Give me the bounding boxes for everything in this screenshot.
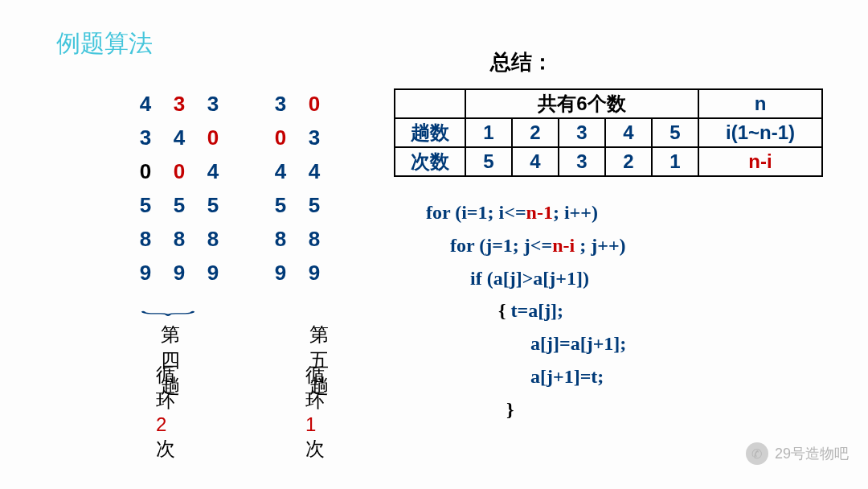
- code-line: for (j=1; j<=n-i ; j++): [426, 229, 626, 262]
- number-cell: 8: [129, 222, 162, 256]
- number-cell: [230, 154, 264, 188]
- number-cell: 9: [196, 256, 230, 290]
- number-cell: [230, 222, 264, 256]
- pass-5-loops: 循环1次: [305, 362, 325, 462]
- summary-table: 共有6个数 n 趟数 1 2 3 4 5 i(1~n-1) 次数 5 4 3 2…: [394, 88, 823, 177]
- code-text: t=a[j];: [510, 300, 563, 321]
- number-cell: 8: [196, 222, 230, 256]
- number-cell: 0: [297, 87, 331, 121]
- brace-icon: ⏟: [141, 291, 194, 315]
- number-cell: 4: [297, 154, 331, 188]
- number-cell: 3: [196, 87, 230, 121]
- number-cell: [230, 121, 264, 154]
- loop-count: 1: [305, 413, 316, 435]
- code-line: a[j+1]=t;: [426, 360, 626, 393]
- loop-count: 2: [156, 413, 166, 435]
- number-cell: 0: [264, 121, 297, 154]
- number-cell: 8: [297, 222, 331, 256]
- total-prefix: 共有: [538, 92, 576, 114]
- code-text: for (j=1; j<=: [450, 235, 552, 256]
- code-highlight: n-i: [552, 235, 575, 256]
- number-cell: 5: [162, 188, 196, 222]
- code-text: for (i=1; i<=: [426, 202, 526, 223]
- number-cell: 3: [264, 87, 297, 121]
- table-cell: 2: [605, 147, 652, 176]
- table-formula: i(1~n-1): [698, 118, 822, 147]
- code-line: }: [426, 393, 626, 426]
- number-cell: [230, 188, 264, 222]
- wechat-icon: ✆: [746, 442, 768, 465]
- code-text: ; j++): [575, 235, 625, 256]
- number-cell: 5: [196, 188, 230, 222]
- summary-title: 总结：: [490, 48, 553, 76]
- table-cell: 1: [652, 147, 698, 176]
- table-cell: 4: [605, 118, 652, 147]
- number-cell: 9: [162, 256, 196, 290]
- number-cell: 4: [264, 154, 297, 188]
- number-cell: [230, 256, 264, 290]
- table-header-n: n: [698, 89, 822, 118]
- number-cell: 5: [129, 188, 162, 222]
- number-cell: 9: [129, 256, 162, 290]
- table-cell: 5: [465, 147, 512, 176]
- code-highlight: n-1: [526, 202, 553, 223]
- loop-suffix: 次: [305, 438, 325, 459]
- loop-prefix: 循环: [156, 364, 175, 411]
- number-cell: 0: [162, 154, 196, 188]
- code-line: { t=a[j];: [426, 294, 626, 327]
- number-cell: 5: [297, 188, 331, 222]
- number-cell: 5: [264, 188, 297, 222]
- total-suffix: 个数: [588, 92, 626, 114]
- code-block: for (i=1; i<=n-1; i++) for (j=1; j<=n-i …: [426, 196, 626, 426]
- table-cell: 1: [465, 118, 512, 147]
- number-columns: 433303400300444555558888899999: [129, 87, 331, 290]
- number-cell: 0: [129, 154, 162, 188]
- number-cell: 4: [196, 154, 230, 188]
- code-line: if (a[j]>a[j+1]): [426, 262, 626, 295]
- table-row-label: 次数: [395, 147, 465, 176]
- slide-title: 例题算法: [56, 27, 153, 60]
- pass-4-loops: 循环2次: [156, 362, 175, 462]
- number-cell: 9: [264, 256, 297, 290]
- number-cell: 4: [162, 121, 196, 154]
- number-cell: 0: [196, 121, 230, 154]
- total-count: 6: [576, 92, 587, 114]
- code-line: a[j]=a[j+1];: [426, 327, 626, 360]
- number-cell: 3: [129, 121, 162, 154]
- number-cell: 3: [297, 121, 331, 154]
- watermark-text: 29号造物吧: [775, 444, 849, 463]
- number-cell: 3: [162, 87, 196, 121]
- watermark: ✆ 29号造物吧: [746, 442, 849, 465]
- loop-suffix: 次: [156, 438, 175, 459]
- table-header-total: 共有6个数: [465, 89, 698, 118]
- code-line: for (i=1; i<=n-1; i++): [426, 196, 626, 229]
- table-cell: 4: [512, 147, 559, 176]
- table-cell: 3: [559, 147, 605, 176]
- number-cell: 8: [162, 222, 196, 256]
- number-cell: [230, 87, 264, 121]
- code-text: ; i++): [553, 202, 598, 223]
- table-cell: 5: [652, 118, 698, 147]
- number-cell: 4: [129, 87, 162, 121]
- table-formula: n-i: [698, 147, 822, 176]
- number-cell: 9: [297, 256, 331, 290]
- loop-prefix: 循环: [305, 364, 325, 411]
- table-cell-empty: [395, 89, 465, 118]
- table-row-label: 趟数: [395, 118, 465, 147]
- table-cell: 2: [512, 118, 559, 147]
- code-brace: {: [498, 300, 510, 321]
- number-cell: 8: [264, 222, 297, 256]
- table-cell: 3: [559, 118, 605, 147]
